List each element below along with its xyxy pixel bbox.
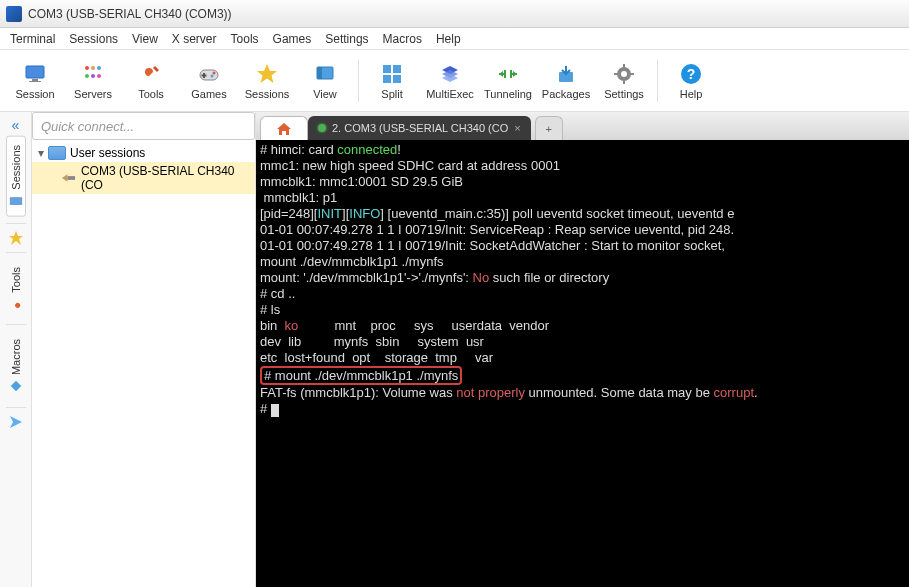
svg-rect-24 [623, 80, 625, 84]
tab-close-icon[interactable]: × [514, 122, 520, 134]
tunnel-icon [496, 62, 520, 86]
svg-point-4 [91, 66, 95, 70]
menu-terminal[interactable]: Terminal [10, 32, 55, 46]
menu-games[interactable]: Games [273, 32, 312, 46]
svg-rect-13 [202, 74, 207, 76]
sessions-small-icon [9, 194, 23, 208]
session-tree: ▾ User sessions COM3 (USB-SERIAL CH340 (… [32, 140, 255, 587]
svg-point-5 [97, 66, 101, 70]
svg-point-10 [213, 71, 216, 74]
wrench-icon [139, 62, 163, 86]
monitor-icon [23, 62, 47, 86]
svg-rect-15 [317, 67, 322, 79]
svg-point-8 [97, 74, 101, 78]
toolbar-session[interactable]: Session [6, 52, 64, 110]
quick-connect-input[interactable]: Quick connect... [32, 112, 255, 140]
tree-item-com3[interactable]: COM3 (USB-SERIAL CH340 (CO [32, 162, 255, 194]
wrench-small-icon [9, 296, 23, 310]
cursor [271, 404, 279, 417]
serial-icon [60, 171, 77, 185]
toolbar-tools[interactable]: Tools [122, 52, 180, 110]
folder-icon [48, 146, 66, 160]
menu-macros[interactable]: Macros [383, 32, 422, 46]
window-title: COM3 (USB-SERIAL CH340 (COM3)) [28, 7, 232, 21]
toolbar-packages[interactable]: Packages [537, 52, 595, 110]
left-tab-macros[interactable]: Macros [7, 331, 25, 401]
toolbar-games[interactable]: Games [180, 52, 238, 110]
toolbar-separator [358, 60, 359, 102]
tab-label: 2. COM3 (USB-SERIAL CH340 (CO [332, 122, 508, 134]
sidebar: Quick connect... ▾ User sessions COM3 (U… [32, 112, 256, 587]
toolbar-help[interactable]: ?Help [662, 52, 720, 110]
svg-rect-18 [383, 75, 391, 83]
menu-settings[interactable]: Settings [325, 32, 368, 46]
tab-active[interactable]: 2. COM3 (USB-SERIAL CH340 (CO × [308, 116, 531, 140]
svg-point-3 [85, 66, 89, 70]
star-small-icon[interactable] [8, 230, 24, 246]
main-area: « Sessions Tools Macros Quick connect...… [0, 112, 909, 587]
svg-point-7 [91, 74, 95, 78]
svg-point-6 [85, 74, 89, 78]
grid-icon [81, 62, 105, 86]
titlebar: COM3 (USB-SERIAL CH340 (COM3)) [0, 0, 909, 28]
split-icon [380, 62, 404, 86]
left-tab-tools[interactable]: Tools [7, 259, 25, 319]
view-icon [313, 62, 337, 86]
menu-tools[interactable]: Tools [231, 32, 259, 46]
menu-view[interactable]: View [132, 32, 158, 46]
svg-rect-17 [393, 65, 401, 73]
tree-root-label: User sessions [70, 146, 145, 160]
tree-root[interactable]: ▾ User sessions [32, 144, 255, 162]
toolbar-split[interactable]: Split [363, 52, 421, 110]
toolbar-tunneling[interactable]: Tunneling [479, 52, 537, 110]
plus-icon: + [545, 123, 551, 135]
tab-home[interactable] [260, 116, 308, 140]
highlighted-command: # mount ./dev/mmcblk1p1 ./mynfs [260, 366, 462, 385]
tree-item-label: COM3 (USB-SERIAL CH340 (CO [81, 164, 249, 192]
content-area: 2. COM3 (USB-SERIAL CH340 (CO × + # himc… [256, 112, 909, 587]
gear-icon [612, 62, 636, 86]
help-icon: ? [679, 62, 703, 86]
home-icon [276, 122, 292, 136]
toolbar-servers[interactable]: Servers [64, 52, 122, 110]
tab-new[interactable]: + [535, 116, 563, 140]
menu-x-server[interactable]: X server [172, 32, 217, 46]
svg-text:?: ? [687, 66, 696, 82]
toolbar-multiexec[interactable]: MultiExec [421, 52, 479, 110]
macros-small-icon [9, 379, 23, 393]
toolbar-settings[interactable]: Settings [595, 52, 653, 110]
toolbar: Session Servers Tools Games Sessions Vie… [0, 50, 909, 112]
svg-rect-19 [393, 75, 401, 83]
svg-point-22 [621, 71, 627, 77]
status-dot-icon [318, 124, 326, 132]
svg-rect-25 [614, 73, 618, 75]
toolbar-sessions[interactable]: Sessions [238, 52, 296, 110]
svg-rect-26 [630, 73, 634, 75]
toolbar-separator [657, 60, 658, 102]
menu-help[interactable]: Help [436, 32, 461, 46]
svg-rect-30 [68, 176, 76, 180]
multi-icon [438, 62, 462, 86]
toolbar-view[interactable]: View [296, 52, 354, 110]
svg-rect-23 [623, 64, 625, 68]
app-icon [6, 6, 22, 22]
svg-point-11 [211, 74, 214, 77]
left-tab-bar: « Sessions Tools Macros [0, 112, 32, 587]
svg-rect-16 [383, 65, 391, 73]
pkg-icon [554, 62, 578, 86]
send-icon[interactable] [8, 414, 24, 430]
star-icon [255, 62, 279, 86]
svg-rect-1 [32, 79, 38, 81]
gamepad-icon [197, 62, 221, 86]
svg-rect-0 [26, 66, 44, 78]
tab-strip: 2. COM3 (USB-SERIAL CH340 (CO × + [256, 112, 909, 140]
svg-rect-29 [9, 197, 21, 205]
menubar: Terminal Sessions View X server Tools Ga… [0, 28, 909, 50]
collapse-icon[interactable]: « [12, 118, 20, 132]
expand-icon: ▾ [38, 146, 44, 160]
left-tab-sessions[interactable]: Sessions [6, 136, 26, 217]
menu-sessions[interactable]: Sessions [69, 32, 118, 46]
terminal[interactable]: # himci: card connected! mmc1: new high … [256, 140, 909, 587]
svg-rect-2 [29, 81, 41, 82]
